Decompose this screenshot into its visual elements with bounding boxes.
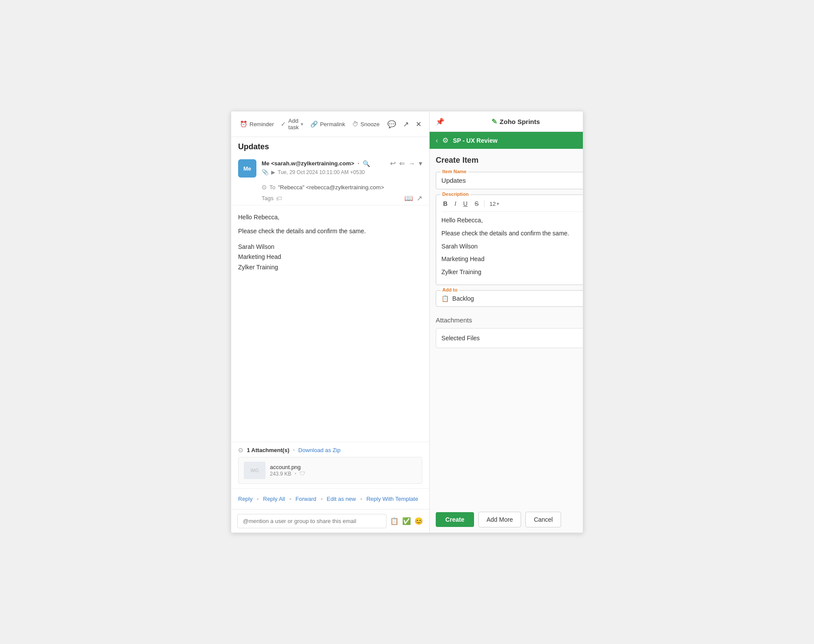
attachment-count: 1 Attachment(s) [247,447,289,453]
email-meta: Me <sarah.w@zylkertraining.com> • 🔍 ↩ ⇐ … [262,159,422,175]
description-content[interactable]: Hello Rebecca, Please check the details … [441,215,583,280]
compose-icons: 📋 ✅ 😊 [390,517,423,525]
create-button[interactable]: Create [436,512,474,527]
close-icon[interactable]: ✕ [414,118,423,130]
email-from-row: Me <sarah.w@zylkertraining.com> • 🔍 ↩ ⇐ … [262,159,422,168]
right-panel-header: 📌 ✎ Zoho Sprints ✕ [430,111,583,132]
snooze-icon: ⏱ [352,121,358,127]
pin-icon[interactable]: 📌 [436,117,444,126]
search-icon[interactable]: 🔍 [363,160,370,167]
create-item-section: Create Item Item Name Description B I U … [430,149,583,316]
sprint-name: SP - UX Review [453,137,583,144]
play-icon: ▶ [271,169,275,175]
reminder-icon: ⏰ [240,121,247,127]
expand-icon[interactable]: ↗ [401,118,410,130]
reply-button[interactable]: Reply [238,495,252,503]
permalink-button[interactable]: 🔗 Permalink [308,119,348,129]
right-panel-title-text: Zoho Sprints [500,118,540,125]
email-date: Tue, 29 Oct 2024 10:11:00 AM +0530 [278,169,365,175]
attachments-section: ⊙ 1 Attachment(s) • Download as Zip IMG … [231,442,429,488]
strikethrough-button[interactable]: S [473,199,480,208]
book-icon[interactable]: 📖 [404,194,413,202]
email-toolbar: ⏰ Reminder ✓ Add task ▾ 🔗 Permalink ⏱ Sn… [231,111,429,137]
desc-sig-company: Zylker Training [441,267,583,278]
attachment-info: account.png 243.9 KB • 🛡 [270,464,417,477]
compose-list-icon[interactable]: 📋 [390,517,399,525]
email-meta-actions: ↩ ⇐ → ▾ [390,159,422,168]
underline-button[interactable]: U [461,199,469,208]
attachments-panel-title: Attachments [436,316,583,324]
attachments-header: ⊙ 1 Attachment(s) • Download as Zip [238,446,422,453]
font-size-chevron-icon[interactable]: ▾ [497,201,499,207]
to-label: To [269,184,276,191]
add-task-chevron-icon: ▾ [301,121,303,127]
email-actions: Reply Reply All Forward Edit as new Repl… [231,488,429,509]
email-panel: ⏰ Reminder ✓ Add task ▾ 🔗 Permalink ⏱ Sn… [231,111,430,533]
email-from: Me <sarah.w@zylkertraining.com> [262,160,354,167]
action-buttons: Create Add More Cancel [430,506,583,533]
add-to-label: Add to [441,287,459,292]
toolbar-divider [484,200,484,207]
backlog-icon: 📋 [441,295,449,302]
forward-button[interactable]: Forward [296,495,316,503]
attachment-indicator-icon: 📎 [262,169,269,175]
tags-action-icons: 📖 ↗ [404,194,422,202]
email-to-row: ⊙ To "Rebecca" <rebecca@zylkertraining.c… [231,182,429,192]
action-sep-1 [257,498,259,500]
attachment-thumbnail: IMG [244,462,266,479]
sig-title: Marketing Head [238,252,422,262]
item-name-label: Item Name [441,169,468,174]
reminder-button[interactable]: ⏰ Reminder [237,119,276,129]
forward-icon[interactable]: → [408,160,415,168]
sig-company: Zylker Training [238,262,422,273]
cancel-button[interactable]: Cancel [525,512,561,527]
tag-icon[interactable]: 🏷 [276,195,282,202]
more-icon[interactable]: ▾ [419,159,422,168]
reply-back-icon[interactable]: ↩ [390,159,396,168]
add-to-group: Add to 📋 Backlog ▾ [436,290,583,307]
share-icon[interactable]: ↗ [417,194,422,202]
bold-button[interactable]: B [441,199,449,208]
email-body-line1: Please check the details and confirm the… [238,226,422,237]
right-panel: 📌 ✎ Zoho Sprints ✕ ‹ ⚙ SP - UX Review ▾ … [430,111,583,533]
compose-input[interactable] [237,514,387,528]
description-toolbar: B I U S 12 ▾ [441,199,583,212]
snooze-button[interactable]: ⏱ Snooze [350,119,382,129]
italic-button[interactable]: I [453,199,458,208]
collapse-icon[interactable]: ⊙ [238,446,243,453]
right-panel-title: ✎ Zoho Sprints [444,117,583,126]
attachment-size: 243.9 KB • 🛡 [270,470,417,477]
to-address: "Rebecca" <rebecca@zylkertraining.com> [278,184,384,191]
expand-to-icon[interactable]: ⊙ [262,184,267,191]
check-icon: ✓ [281,121,286,127]
description-field-group: Description B I U S 12 ▾ Hello Rebecca, … [436,195,583,285]
backlog-text: Backlog [452,295,581,302]
add-more-button[interactable]: Add More [478,512,521,527]
chat-icon[interactable]: 💬 [386,118,398,130]
add-task-button[interactable]: ✓ Add task ▾ [278,116,306,132]
email-subject: Updates [231,137,429,155]
attachment-name: account.png [270,464,417,470]
sprint-gear-icon[interactable]: ⚙ [442,136,448,144]
sprint-back-icon[interactable]: ‹ [436,137,438,144]
compose-emoji-icon[interactable]: 😊 [414,517,423,525]
reply-all-icon[interactable]: ⇐ [399,159,405,168]
desc-greeting: Hello Rebecca, [441,215,583,226]
edit-as-new-button[interactable]: Edit as new [327,495,356,503]
action-sep-3 [321,498,323,500]
tags-label: Tags [262,195,273,201]
sprint-selector: ‹ ⚙ SP - UX Review ▾ [430,132,583,149]
sprints-logo-icon: ✎ [491,117,497,126]
download-zip-link[interactable]: Download as Zip [298,447,340,453]
compose-task-icon[interactable]: ✅ [402,517,411,525]
reply-with-template-button[interactable]: Reply With Template [367,495,418,503]
font-size-group: 12 ▾ [490,201,499,207]
item-name-input[interactable] [441,177,583,184]
create-item-title: Create Item [436,156,583,165]
attachment-shield-icon: 🛡 [299,470,305,477]
toolbar-right: 💬 ↗ ✕ [386,118,423,130]
font-size-value: 12 [490,201,496,207]
reply-all-button[interactable]: Reply All [263,495,285,503]
dot-sep: • [358,161,360,166]
desc-body: Please check the details and confirm the… [441,228,583,239]
